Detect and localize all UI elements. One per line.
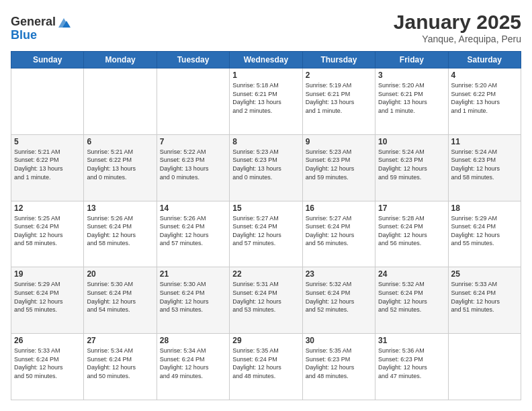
logo-text: General Blue	[11, 14, 71, 41]
day-info: Sunrise: 5:26 AM Sunset: 6:24 PM Dayligh…	[160, 214, 226, 248]
day-number: 28	[160, 336, 226, 345]
day-number: 9	[306, 137, 372, 146]
table-row: 23Sunrise: 5:32 AM Sunset: 6:24 PM Dayli…	[302, 267, 375, 334]
header: General Blue January 2025 Yanque, Arequi…	[11, 11, 521, 44]
table-row: 7Sunrise: 5:22 AM Sunset: 6:23 PM Daylig…	[157, 134, 229, 201]
table-row: 3Sunrise: 5:20 AM Sunset: 6:21 PM Daylig…	[375, 68, 448, 135]
day-number: 17	[378, 203, 445, 213]
header-saturday: Saturday	[448, 52, 521, 68]
logo-blue: Blue	[11, 29, 71, 41]
table-row: 17Sunrise: 5:28 AM Sunset: 6:24 PM Dayli…	[375, 201, 448, 267]
table-row	[157, 68, 229, 135]
day-number: 23	[306, 269, 372, 279]
calendar-week-0: 1Sunrise: 5:18 AM Sunset: 6:21 PM Daylig…	[11, 68, 521, 135]
table-row: 19Sunrise: 5:29 AM Sunset: 6:24 PM Dayli…	[11, 267, 84, 334]
table-row: 12Sunrise: 5:25 AM Sunset: 6:24 PM Dayli…	[11, 201, 84, 267]
logo-general: General	[11, 15, 56, 28]
day-info: Sunrise: 5:36 AM Sunset: 6:23 PM Dayligh…	[378, 347, 445, 380]
table-row: 16Sunrise: 5:27 AM Sunset: 6:24 PM Dayli…	[302, 201, 375, 267]
day-info: Sunrise: 5:23 AM Sunset: 6:23 PM Dayligh…	[306, 148, 372, 181]
day-number: 6	[87, 137, 153, 146]
day-number: 22	[232, 269, 299, 279]
day-number: 11	[451, 137, 518, 146]
day-info: Sunrise: 5:27 AM Sunset: 6:24 PM Dayligh…	[306, 214, 372, 248]
day-info: Sunrise: 5:20 AM Sunset: 6:22 PM Dayligh…	[451, 81, 518, 115]
table-row	[11, 68, 84, 135]
day-info: Sunrise: 5:22 AM Sunset: 6:23 PM Dayligh…	[160, 148, 226, 181]
day-number: 15	[232, 203, 299, 213]
day-number: 18	[451, 203, 518, 213]
day-info: Sunrise: 5:23 AM Sunset: 6:23 PM Dayligh…	[232, 148, 299, 181]
day-info: Sunrise: 5:25 AM Sunset: 6:24 PM Dayligh…	[14, 214, 81, 248]
day-info: Sunrise: 5:35 AM Sunset: 6:24 PM Dayligh…	[232, 347, 299, 380]
table-row: 5Sunrise: 5:21 AM Sunset: 6:22 PM Daylig…	[11, 134, 84, 201]
day-info: Sunrise: 5:24 AM Sunset: 6:23 PM Dayligh…	[451, 148, 518, 181]
day-number: 31	[378, 336, 445, 345]
page: General Blue January 2025 Yanque, Arequi…	[0, 0, 532, 411]
table-row: 26Sunrise: 5:33 AM Sunset: 6:24 PM Dayli…	[11, 334, 84, 400]
table-row: 24Sunrise: 5:32 AM Sunset: 6:24 PM Dayli…	[375, 267, 448, 334]
day-info: Sunrise: 5:24 AM Sunset: 6:23 PM Dayligh…	[378, 148, 445, 181]
day-info: Sunrise: 5:27 AM Sunset: 6:24 PM Dayligh…	[232, 214, 299, 248]
day-info: Sunrise: 5:29 AM Sunset: 6:24 PM Dayligh…	[14, 280, 81, 314]
table-row: 30Sunrise: 5:35 AM Sunset: 6:23 PM Dayli…	[302, 334, 375, 400]
day-number: 16	[306, 203, 372, 213]
day-info: Sunrise: 5:33 AM Sunset: 6:24 PM Dayligh…	[451, 280, 518, 314]
table-row: 22Sunrise: 5:31 AM Sunset: 6:24 PM Dayli…	[230, 267, 302, 334]
day-number: 8	[232, 137, 299, 146]
table-row: 18Sunrise: 5:29 AM Sunset: 6:24 PM Dayli…	[448, 201, 521, 267]
day-info: Sunrise: 5:33 AM Sunset: 6:24 PM Dayligh…	[14, 347, 81, 380]
day-info: Sunrise: 5:35 AM Sunset: 6:23 PM Dayligh…	[306, 347, 372, 380]
table-row: 13Sunrise: 5:26 AM Sunset: 6:24 PM Dayli…	[84, 201, 157, 267]
month-year: January 2025	[394, 11, 521, 34]
day-info: Sunrise: 5:26 AM Sunset: 6:24 PM Dayligh…	[87, 214, 153, 248]
calendar-week-4: 26Sunrise: 5:33 AM Sunset: 6:24 PM Dayli…	[11, 334, 521, 400]
table-row: 29Sunrise: 5:35 AM Sunset: 6:24 PM Dayli…	[230, 334, 302, 400]
day-info: Sunrise: 5:29 AM Sunset: 6:24 PM Dayligh…	[451, 214, 518, 248]
title-section: January 2025 Yanque, Arequipa, Peru	[394, 11, 521, 44]
day-number: 10	[378, 137, 445, 146]
header-monday: Monday	[84, 52, 157, 68]
table-row: 1Sunrise: 5:18 AM Sunset: 6:21 PM Daylig…	[230, 68, 302, 135]
day-info: Sunrise: 5:19 AM Sunset: 6:21 PM Dayligh…	[306, 81, 372, 115]
day-number: 27	[87, 336, 153, 345]
table-row: 20Sunrise: 5:30 AM Sunset: 6:24 PM Dayli…	[84, 267, 157, 334]
day-number: 12	[14, 203, 81, 213]
day-number: 29	[232, 336, 299, 345]
calendar: Sunday Monday Tuesday Wednesday Thursday…	[11, 51, 521, 400]
day-info: Sunrise: 5:28 AM Sunset: 6:24 PM Dayligh…	[378, 214, 445, 248]
day-info: Sunrise: 5:21 AM Sunset: 6:22 PM Dayligh…	[14, 148, 81, 181]
table-row: 14Sunrise: 5:26 AM Sunset: 6:24 PM Dayli…	[157, 201, 229, 267]
table-row: 25Sunrise: 5:33 AM Sunset: 6:24 PM Dayli…	[448, 267, 521, 334]
day-number: 1	[232, 71, 299, 80]
table-row: 27Sunrise: 5:34 AM Sunset: 6:24 PM Dayli…	[84, 334, 157, 400]
calendar-week-3: 19Sunrise: 5:29 AM Sunset: 6:24 PM Dayli…	[11, 267, 521, 334]
day-info: Sunrise: 5:34 AM Sunset: 6:24 PM Dayligh…	[160, 347, 226, 380]
table-row: 21Sunrise: 5:30 AM Sunset: 6:24 PM Dayli…	[157, 267, 229, 334]
day-info: Sunrise: 5:18 AM Sunset: 6:21 PM Dayligh…	[232, 81, 299, 115]
table-row: 15Sunrise: 5:27 AM Sunset: 6:24 PM Dayli…	[230, 201, 302, 267]
header-thursday: Thursday	[302, 52, 375, 68]
day-number: 25	[451, 269, 518, 279]
day-info: Sunrise: 5:32 AM Sunset: 6:24 PM Dayligh…	[306, 280, 372, 314]
logo: General Blue	[11, 14, 71, 41]
day-number: 14	[160, 203, 226, 213]
day-number: 26	[14, 336, 81, 345]
header-wednesday: Wednesday	[230, 52, 302, 68]
logo-icon	[57, 15, 71, 29]
table-row: 9Sunrise: 5:23 AM Sunset: 6:23 PM Daylig…	[302, 134, 375, 201]
day-number: 30	[306, 336, 372, 345]
table-row	[448, 334, 521, 400]
day-number: 7	[160, 137, 226, 146]
day-info: Sunrise: 5:21 AM Sunset: 6:22 PM Dayligh…	[87, 148, 153, 181]
day-number: 21	[160, 269, 226, 279]
location: Yanque, Arequipa, Peru	[394, 34, 521, 44]
header-friday: Friday	[375, 52, 448, 68]
day-number: 19	[14, 269, 81, 279]
day-info: Sunrise: 5:20 AM Sunset: 6:21 PM Dayligh…	[378, 81, 445, 115]
day-number: 24	[378, 269, 445, 279]
weekday-header-row: Sunday Monday Tuesday Wednesday Thursday…	[11, 52, 521, 68]
table-row: 2Sunrise: 5:19 AM Sunset: 6:21 PM Daylig…	[302, 68, 375, 135]
table-row: 31Sunrise: 5:36 AM Sunset: 6:23 PM Dayli…	[375, 334, 448, 400]
table-row: 28Sunrise: 5:34 AM Sunset: 6:24 PM Dayli…	[157, 334, 229, 400]
